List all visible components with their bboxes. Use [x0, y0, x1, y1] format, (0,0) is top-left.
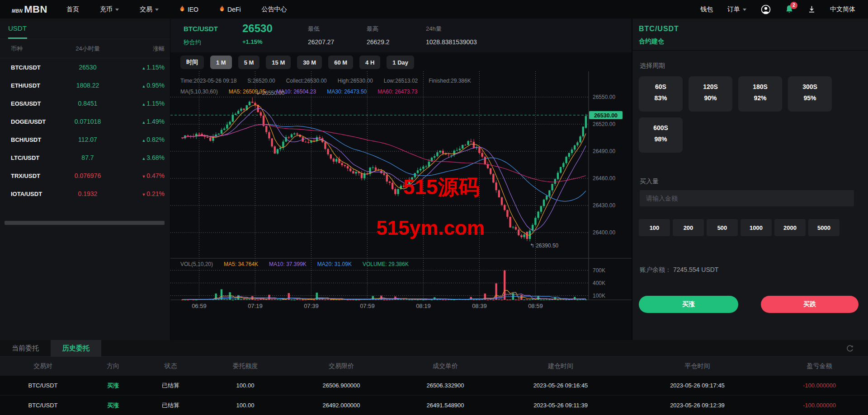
period-card-60s[interactable]: 60S83% [639, 76, 683, 112]
pair-change: ▲1.15% [113, 64, 165, 71]
pair-row-iota[interactable]: IOTA/USDT0.1932▼0.21% [0, 185, 170, 203]
period-label: 选择周期 [640, 62, 665, 70]
triangle-down-icon: ▼ [142, 174, 146, 179]
chart-panel: BTC/USDT 秒合约 26530 +1.15% 最低26207.27最高26… [170, 19, 632, 340]
orders-tab-history[interactable]: 历史委托 [51, 340, 101, 357]
watermark-text-2: 515ym.com [376, 217, 485, 239]
trading-app: MBN MBN 首页充币交易IEODeFi公告中心 钱包 订单 2 中文简体 [0, 0, 868, 415]
trade-symbol: BTC/USDT [639, 25, 679, 33]
pair-change-value: 0.21% [146, 190, 165, 197]
triangle-up-icon: ▲ [142, 84, 146, 89]
buy-down-button[interactable]: 买跌 [761, 296, 859, 313]
avatar-icon[interactable] [761, 5, 771, 14]
pair-change-value: 1.15% [146, 100, 165, 107]
quick-amount-200[interactable]: 200 [673, 219, 704, 236]
nav-item-label: IEO [188, 6, 198, 13]
nav-item-4[interactable]: IEO [179, 5, 198, 14]
period-name: 300S [788, 83, 832, 90]
orders-col: 建仓时间 [497, 362, 624, 370]
stat-value: 26629.2 [367, 38, 390, 46]
svg-text:07:39: 07:39 [304, 303, 319, 309]
pair-row-trx[interactable]: TRX/USDT0.076976▼0.47% [0, 167, 170, 185]
pair-row-ltc[interactable]: LTC/USDT87.7▲3.68% [0, 149, 170, 167]
chevron-down-icon [155, 9, 159, 11]
pair-change: ▼0.21% [113, 190, 165, 197]
nav-item-orders[interactable]: 订单 [727, 5, 746, 14]
pair-row-btc[interactable]: BTC/USDT26530▲1.15% [0, 58, 170, 76]
order-cell: 26491.548900 [393, 402, 497, 409]
amount-input[interactable] [640, 190, 854, 206]
timeframe-15m[interactable]: 15 M [266, 56, 291, 69]
info-segment: VOLUME: 29.386K [363, 261, 409, 267]
nav-item-1[interactable]: 首页 [66, 5, 79, 14]
timeframe-5m[interactable]: 5 M [238, 56, 260, 69]
quick-amount-1000[interactable]: 1000 [741, 219, 772, 236]
period-card-180s[interactable]: 180S92% [738, 76, 782, 112]
period-card-300s[interactable]: 300S95% [788, 76, 832, 112]
svg-text:07:19: 07:19 [248, 303, 263, 309]
notification-bell-icon[interactable]: 2 [785, 5, 793, 14]
orders-col: 委托额度 [201, 362, 289, 370]
pair-change: ▼0.47% [113, 172, 165, 179]
info-segment: Low:26513.02 [384, 78, 418, 84]
pair-change: ▲1.49% [113, 118, 165, 125]
quick-amount-500[interactable]: 500 [707, 219, 738, 236]
buy-up-button[interactable]: 买涨 [639, 296, 738, 313]
chart-body: 26550.0026520.0026490.0026460.0026430.00… [170, 71, 632, 340]
order-cell: 100.00 [201, 382, 289, 389]
svg-text:26520.00: 26520.00 [593, 121, 615, 127]
nav-item-5[interactable]: DeFi [219, 5, 241, 14]
svg-text:07:59: 07:59 [360, 303, 375, 309]
quick-amount-5000[interactable]: 5000 [808, 219, 840, 236]
timeframe-1m[interactable]: 1 M [210, 56, 232, 69]
candlestick-chart[interactable]: 26550.0026520.0026490.0026460.0026430.00… [170, 71, 632, 340]
info-segment: Collect:26530.00 [286, 78, 327, 84]
quick-amount-100[interactable]: 100 [639, 219, 670, 236]
orders-tab-current[interactable]: 当前委托 [0, 340, 51, 357]
pair-row-doge[interactable]: DOGE/USDT0.071018▲1.49% [0, 112, 170, 131]
timeframe-30m[interactable]: 30 M [297, 56, 322, 69]
order-cell: 26506.900000 [289, 382, 393, 389]
timeframe-1day[interactable]: 1 Day [387, 56, 414, 69]
pair-row-bch[interactable]: BCH/USDT112.07▲0.82% [0, 131, 170, 149]
triangle-up-icon: ▲ [142, 102, 146, 107]
ohlc-info-line: Time:2023-05-26 09:18S:26520.00Collect:2… [180, 78, 482, 84]
nav-item-3[interactable]: 交易 [140, 5, 159, 14]
period-card-600s[interactable]: 600S98% [639, 117, 683, 153]
info-segment: MA30: 26473.50 [327, 89, 367, 95]
pair-change-value: 0.82% [146, 136, 165, 143]
sidebar-scrollbar[interactable] [5, 221, 165, 225]
pair-row-eth[interactable]: ETH/USDT1808.22▲0.95% [0, 76, 170, 94]
download-icon[interactable] [808, 5, 816, 13]
col-change: 涨幅 [113, 45, 165, 53]
orders-table-header: 交易对方向状态委托额度交易限价成交单价建仓时间平仓时间盈亏金额 [0, 357, 868, 376]
nav-item-2[interactable]: 充币 [100, 5, 119, 14]
language-selector[interactable]: 中文简体 [830, 5, 855, 14]
period-percent: 92% [738, 94, 782, 102]
order-cell: 26492.000000 [289, 402, 393, 409]
svg-text:08:59: 08:59 [528, 303, 543, 309]
order-cell: 已结算 [140, 382, 201, 390]
brand-logo[interactable]: MBN MBN [12, 4, 47, 15]
trade-panel: BTC/USDT 合约建仓 选择周期 60S83%120S90%180S92%3… [632, 19, 868, 340]
refresh-icon[interactable] [845, 344, 854, 354]
nav-item-wallet[interactable]: 钱包 [700, 5, 713, 14]
pair-name: IOTA/USDT [11, 191, 62, 197]
pair-row-eos[interactable]: EOS/USDT0.8451▲1.15% [0, 94, 170, 112]
period-card-120s[interactable]: 120S90% [689, 76, 732, 112]
stat-value: 26207.27 [308, 38, 334, 46]
svg-text:26460.00: 26460.00 [593, 175, 615, 182]
nav-item-label: DeFi [227, 6, 241, 13]
orders-col: 交易对 [0, 362, 86, 370]
quick-amount-2000[interactable]: 2000 [774, 219, 806, 236]
timeframe-60m[interactable]: 60 M [328, 56, 353, 69]
nav-item-6[interactable]: 公告中心 [262, 5, 287, 14]
tab-usdt[interactable]: USDT [8, 24, 27, 32]
pair-volume: 87.7 [62, 154, 113, 161]
info-segment: MA10: 26504.23 [276, 89, 316, 95]
timeframe-4h[interactable]: 4 H [359, 56, 380, 69]
pair-list-header: 币种 24小时量 涨幅 [0, 39, 170, 58]
nav-item-orders-label: 订单 [727, 5, 740, 14]
nav-item-label: 首页 [66, 5, 79, 14]
chart-header: BTC/USDT 秒合约 26530 +1.15% 最低26207.27最高26… [170, 19, 632, 52]
